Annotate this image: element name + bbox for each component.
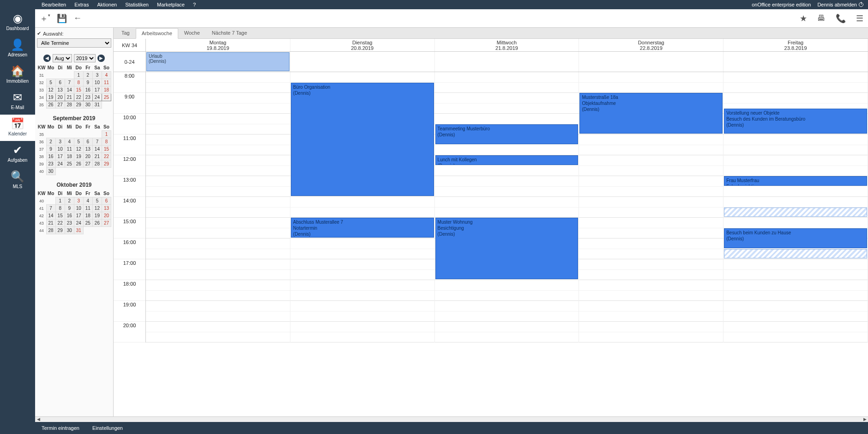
mini-cal-day[interactable]: 22	[55, 220, 65, 227]
horizontal-scrollbar[interactable]: ◀▶	[35, 416, 868, 422]
mini-cal-day[interactable]: 1	[74, 72, 83, 79]
einstellungen-button[interactable]: Einstellungen	[92, 425, 123, 431]
mini-cal-day[interactable]: 27	[55, 101, 65, 109]
mini-cal-day[interactable]: 29	[74, 101, 83, 109]
next-month-button[interactable]: ▶	[97, 55, 105, 62]
mini-cal-day[interactable]: 6	[55, 79, 65, 86]
menu-help[interactable]: ?	[193, 2, 196, 7]
mini-cal-day[interactable]: 13	[102, 205, 111, 212]
mini-cal-day[interactable]: 5	[92, 197, 102, 205]
mini-cal-day[interactable]: 15	[55, 212, 65, 220]
day-column[interactable]: Musterstraße 18aObjektaufnahme(Dennis)	[579, 72, 723, 342]
mini-cal-day[interactable]: 2	[65, 197, 74, 205]
allday-cell[interactable]	[579, 52, 723, 72]
tab-woche[interactable]: Woche	[178, 28, 206, 38]
mini-cal-day[interactable]: 18	[65, 153, 74, 160]
menu-aktionen[interactable]: Aktionen	[97, 2, 117, 7]
mini-cal-day[interactable]: 22	[74, 94, 83, 101]
back-button[interactable]: ←	[73, 13, 82, 23]
mini-cal-day[interactable]: 1	[102, 131, 111, 138]
mini-cal-day[interactable]: 30	[46, 168, 55, 175]
menu-statistiken[interactable]: Statistiken	[125, 2, 149, 7]
mini-cal-day[interactable]: 27	[83, 160, 92, 168]
tab-tag[interactable]: Tag	[115, 28, 136, 38]
mini-cal-day[interactable]: 15	[74, 86, 83, 94]
allday-cell[interactable]	[290, 52, 435, 72]
mini-cal-day[interactable]: 27	[102, 220, 111, 227]
logout-link[interactable]: Dennis abmelden	[817, 2, 857, 7]
mini-cal-day[interactable]: 31	[74, 227, 83, 234]
mini-cal-day[interactable]: 9	[65, 205, 74, 212]
allday-event[interactable]: Urlaub(Dennis)	[146, 52, 289, 71]
mini-cal-day[interactable]: 20	[55, 94, 65, 101]
nav-kalender[interactable]: 📅Kalender	[0, 115, 35, 141]
mini-cal-day[interactable]: 7	[46, 205, 55, 212]
mini-cal-day[interactable]: 3	[55, 138, 65, 146]
mini-cal-day[interactable]: 23	[65, 220, 74, 227]
calendar-event[interactable]: Besuch beim Kunden zu Hause(Dennis)	[724, 228, 867, 248]
mini-cal-day[interactable]: 2	[83, 72, 92, 79]
menu-marketplace[interactable]: Marketplace	[157, 2, 185, 7]
mini-cal-day[interactable]: 10	[55, 146, 65, 153]
hamburger-icon[interactable]: ☰	[856, 13, 863, 24]
calendar-event[interactable]: Teammeeting Musterbüro(Dennis)	[435, 124, 579, 144]
mini-cal-day[interactable]: 17	[55, 153, 65, 160]
calendar-event[interactable]	[724, 208, 867, 217]
mini-cal-day[interactable]: 23	[46, 160, 55, 168]
mini-cal-day[interactable]: 25	[102, 94, 111, 101]
mini-cal-day[interactable]: 16	[46, 153, 55, 160]
calendar-event[interactable]: Abschluss Musterallee 7Notartermin(Denni…	[291, 218, 434, 238]
mini-cal-day[interactable]: 9	[46, 146, 55, 153]
mini-cal-day[interactable]: 12	[92, 205, 102, 212]
mini-cal-day[interactable]: 2	[46, 138, 55, 146]
nav-e-mail[interactable]: ✉E-Mail	[0, 88, 35, 115]
day-column[interactable]: Vorstellung neuer ObjekteBesuch des Kund…	[723, 72, 868, 342]
mini-cal-day[interactable]: 10	[74, 205, 83, 212]
mini-cal-day[interactable]: 31	[92, 101, 102, 109]
mini-cal-day[interactable]: 24	[55, 160, 65, 168]
mini-cal-day[interactable]: 4	[83, 197, 92, 205]
mini-cal-day[interactable]: 16	[83, 86, 92, 94]
mini-cal-day[interactable]: 18	[83, 212, 92, 220]
mini-cal-day[interactable]: 8	[55, 205, 65, 212]
mini-cal-day[interactable]: 8	[74, 79, 83, 86]
mini-cal-day[interactable]: 3	[92, 72, 102, 79]
mini-cal-day[interactable]: 26	[46, 101, 55, 109]
mini-cal-day[interactable]: 14	[65, 86, 74, 94]
tab-arbeitswoche[interactable]: Arbeitswoche	[136, 28, 178, 39]
power-icon[interactable]	[859, 2, 863, 7]
mini-cal-day[interactable]: 15	[102, 146, 111, 153]
mini-cal-day[interactable]: 29	[55, 227, 65, 234]
add-button[interactable]: ＋▾	[40, 13, 50, 24]
allday-cell[interactable]	[723, 52, 868, 72]
mini-cal-day[interactable]: 7	[65, 79, 74, 86]
mini-cal-day[interactable]: 18	[102, 86, 111, 94]
mini-cal-day[interactable]: 5	[46, 79, 55, 86]
calendar-event[interactable]	[724, 249, 867, 259]
mini-cal-day[interactable]: 21	[46, 220, 55, 227]
nav-dashboard[interactable]: ◉Dashboard	[0, 9, 35, 36]
calendar-event[interactable]: Muster WohnungBesichtigung(Dennis)	[435, 218, 579, 279]
mini-cal-day[interactable]: 21	[65, 94, 74, 101]
mini-cal-day[interactable]: 30	[65, 227, 74, 234]
mini-cal-day[interactable]: 26	[92, 220, 102, 227]
nav-immobilien[interactable]: 🏠Immobilien	[0, 62, 35, 88]
day-column[interactable]	[146, 72, 290, 342]
mini-cal-day[interactable]: 17	[74, 212, 83, 220]
mini-cal-day[interactable]: 16	[65, 212, 74, 220]
allday-cell[interactable]: Urlaub(Dennis)	[146, 52, 290, 72]
mini-cal-day[interactable]: 11	[83, 205, 92, 212]
mini-cal-day[interactable]: 28	[46, 227, 55, 234]
mini-cal-day[interactable]: 6	[102, 197, 111, 205]
prev-month-button[interactable]: ◀	[43, 55, 51, 62]
termin-eintragen-button[interactable]: Termin eintragen	[42, 425, 79, 431]
mini-cal-day[interactable]: 23	[83, 94, 92, 101]
mini-cal-day[interactable]: 25	[65, 160, 74, 168]
nav-mls[interactable]: 🔍MLS	[0, 167, 35, 194]
filter-select[interactable]: Alle Termine	[37, 38, 111, 48]
mini-cal-day[interactable]: 12	[46, 86, 55, 94]
mini-cal-day[interactable]: 12	[74, 146, 83, 153]
mini-cal-day[interactable]: 20	[102, 212, 111, 220]
mini-cal-day[interactable]: 10	[92, 79, 102, 86]
mini-cal-day[interactable]: 5	[74, 138, 83, 146]
